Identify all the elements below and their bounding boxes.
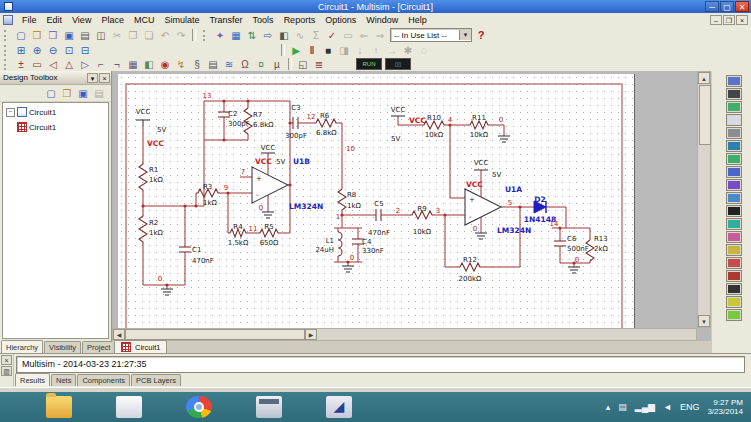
vertical-scroll-thumb[interactable]	[699, 85, 711, 145]
r2-ref[interactable]: R2	[149, 219, 158, 227]
u1b-vcc-voltage[interactable]: 5V	[276, 158, 285, 166]
r8-value[interactable]: 1kΩ	[347, 202, 362, 210]
r13-value[interactable]: 2kΩ	[594, 245, 609, 253]
r7-value[interactable]: 6.8kΩ	[253, 121, 274, 129]
place-cmos-icon[interactable]: ¬	[109, 57, 125, 71]
c2-value[interactable]: 300pF	[228, 120, 250, 128]
tab-results[interactable]: Results	[15, 373, 50, 386]
zoom-in-icon[interactable]: ⊕	[29, 43, 45, 57]
r4-ref[interactable]: R4	[233, 223, 243, 231]
function-generator-icon[interactable]	[726, 88, 742, 100]
print-preview-icon[interactable]: ◫	[93, 28, 109, 42]
r9-value[interactable]: 10kΩ	[413, 228, 432, 236]
c3-ref[interactable]: C3	[291, 104, 300, 112]
u1b-vcc-name[interactable]: VCC	[261, 144, 276, 152]
stop-icon[interactable]: ■	[320, 43, 336, 57]
tab-circuit1[interactable]: Circuit1	[114, 340, 167, 353]
r2-value[interactable]: 1kΩ	[149, 229, 164, 237]
r13-ref[interactable]: R13	[594, 235, 608, 243]
menu-reports[interactable]: Reports	[279, 15, 321, 25]
menu-tools[interactable]: Tools	[248, 15, 279, 25]
clock[interactable]: 9:27 PM 3/23/2014	[707, 398, 743, 416]
r10-ref[interactable]: R10	[427, 114, 441, 122]
erc-icon[interactable]: ✓	[324, 28, 340, 42]
toolbar-grip[interactable]	[4, 45, 10, 56]
u1b-ref[interactable]: U1B	[293, 157, 310, 166]
agilent-oscilloscope-icon[interactable]	[726, 283, 742, 295]
net-12[interactable]: 12	[307, 113, 316, 121]
r8-ref[interactable]: R8	[347, 191, 356, 199]
export-icon[interactable]: ⇨	[260, 28, 276, 42]
in-use-list-combo[interactable]: -- In Use List -- ▼	[390, 28, 472, 42]
mdi-minimize-button[interactable]: –	[710, 15, 722, 25]
net-11[interactable]: 11	[249, 225, 258, 233]
r4-value[interactable]: 1.5kΩ	[228, 239, 249, 247]
horizontal-scroll-thumb[interactable]	[125, 329, 305, 340]
c6-ref[interactable]: C6	[567, 235, 577, 243]
four-channel-oscilloscope-icon[interactable]	[726, 127, 742, 139]
database-manager-icon[interactable]: ▦	[228, 28, 244, 42]
breakpoint-icon[interactable]: ◌	[416, 43, 432, 57]
place-source-icon[interactable]: ±	[13, 57, 29, 71]
paste-icon[interactable]: ❏	[141, 28, 157, 42]
network-signal-icon[interactable]: ▂▄▆	[635, 402, 655, 412]
place-power-icon[interactable]: ↯	[173, 57, 189, 71]
toolbar-grip[interactable]	[203, 30, 209, 41]
net-9[interactable]: 9	[224, 184, 228, 192]
menu-transfer[interactable]: Transfer	[204, 15, 247, 25]
chevron-down-icon[interactable]: ▼	[459, 30, 471, 40]
copy-icon[interactable]: ❐	[125, 28, 141, 42]
net-0-topright[interactable]: 0	[499, 116, 503, 124]
print-icon[interactable]: ▤	[77, 28, 93, 42]
toolbar-grip[interactable]	[4, 59, 10, 70]
net-1[interactable]: 1	[336, 213, 340, 221]
r11-ref[interactable]: R11	[472, 114, 486, 122]
c5-ref[interactable]: C5	[374, 200, 383, 208]
step-over-icon[interactable]: ↑	[368, 43, 384, 57]
place-ni-component-icon[interactable]: ¤	[253, 57, 269, 71]
u1b-plus[interactable]: +	[256, 175, 262, 183]
forward-annotate-icon[interactable]: ⇒	[372, 28, 388, 42]
place-mcu-icon[interactable]: µ	[269, 57, 285, 71]
toolbar-grip[interactable]	[4, 30, 10, 41]
c6-value[interactable]: 500nF	[567, 245, 589, 253]
c2-ref[interactable]: C2	[228, 110, 237, 118]
region-icon[interactable]: ▭	[340, 28, 356, 42]
r12-ref[interactable]: R12	[463, 256, 477, 264]
place-misc-digital-icon[interactable]: ▦	[125, 57, 141, 71]
bode-plotter-icon[interactable]	[726, 140, 742, 152]
dtb-new-icon[interactable]: ▢	[43, 86, 59, 100]
new-icon[interactable]: ▢	[13, 28, 29, 42]
back-annotate-icon[interactable]: ⇐	[356, 28, 372, 42]
spectrum-analyzer-icon[interactable]	[726, 231, 742, 243]
c3-value[interactable]: 300pF	[285, 132, 307, 140]
vcc2-name[interactable]: VCC	[391, 106, 406, 114]
help-icon[interactable]: ?	[474, 28, 488, 42]
wattmeter-icon[interactable]	[726, 101, 742, 113]
u1a-ref[interactable]: U1A	[505, 185, 522, 194]
logic-converter-icon[interactable]	[726, 192, 742, 204]
c4-ref[interactable]: C4	[362, 238, 372, 246]
spreadsheet-close-icon[interactable]: ×	[1, 355, 12, 365]
tree-child-row[interactable]: Circuit1	[17, 121, 108, 133]
place-ttl-icon[interactable]: ⌐	[93, 57, 109, 71]
menu-window[interactable]: Window	[361, 15, 403, 25]
net-0-u1b[interactable]: 0	[259, 204, 263, 212]
frequency-counter-icon[interactable]	[726, 153, 742, 165]
net-0-u1a[interactable]: 0	[473, 225, 477, 233]
menu-simulate[interactable]: Simulate	[159, 15, 204, 25]
mdi-restore-button[interactable]: ❐	[723, 15, 735, 25]
run-to-cursor-icon[interactable]: ✱	[400, 43, 416, 57]
r1-value[interactable]: 1kΩ	[149, 176, 164, 184]
tab-pcb-layers[interactable]: PCB Layers	[131, 374, 181, 386]
menu-file[interactable]: File	[17, 15, 42, 25]
net-3[interactable]: 3	[436, 207, 440, 215]
menu-help[interactable]: Help	[403, 15, 432, 25]
tektronix-oscilloscope-icon[interactable]	[726, 296, 742, 308]
net-10[interactable]: 10	[346, 145, 355, 153]
agilent-function-generator-icon[interactable]	[726, 257, 742, 269]
u1a-vcc-net[interactable]: VCC	[466, 180, 483, 189]
dtb-save-icon[interactable]: ▣	[75, 86, 91, 100]
c4-value[interactable]: 330nF	[362, 247, 384, 255]
tab-components[interactable]: Components	[77, 374, 130, 386]
